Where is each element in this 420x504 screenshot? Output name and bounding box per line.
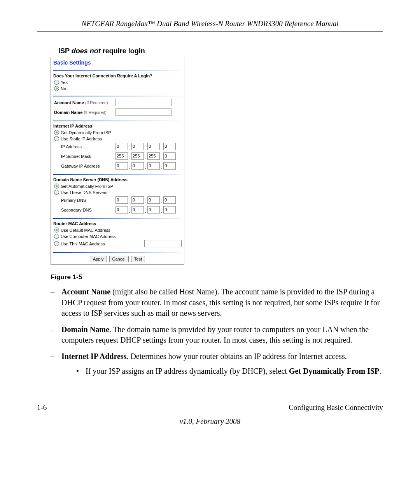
radio-ip-static[interactable] xyxy=(54,136,59,141)
secondary-dns-octet-3[interactable]: 0 xyxy=(147,206,160,214)
divider xyxy=(53,96,182,96)
radio-ip-dynamic-label: Get Dynamically From ISP xyxy=(61,130,111,135)
radio-ip-dynamic[interactable] xyxy=(54,130,59,135)
account-name-hint: (If Required) xyxy=(85,100,108,105)
radio-yes-label: Yes xyxy=(61,80,68,85)
dns-section: Domain Name Server (DNS) Address xyxy=(53,177,182,182)
gateway-octet-4[interactable]: 0 xyxy=(163,162,176,170)
radio-dns-manual[interactable] xyxy=(54,190,59,195)
internet-ip-section: Internet IP Address xyxy=(53,124,182,128)
primary-dns-octet-2[interactable]: 0 xyxy=(131,196,144,204)
basic-settings-panel: Basic Settings Does Your Internet Connec… xyxy=(51,57,184,265)
domain-name-bold: Domain Name xyxy=(54,110,82,115)
ip-subnet-label: IP Subnet Mask xyxy=(53,154,116,159)
secondary-dns-octet-2[interactable]: 0 xyxy=(131,206,144,214)
callout-italic: does not xyxy=(72,47,101,55)
radio-dns-auto-label: Get Automatically From ISP xyxy=(61,184,113,189)
domain-name-label: Domain Name (If Required) xyxy=(53,110,116,115)
radio-no-label: No xyxy=(61,86,66,91)
figure-caption: Figure 1-5 xyxy=(51,273,383,281)
secondary-dns-octet-1[interactable]: 0 xyxy=(116,206,128,214)
callout-pre: ISP xyxy=(58,47,72,55)
radio-mac-computer-label: Use Computer MAC Address xyxy=(61,234,116,239)
sub-list-item: If your ISP assigns an IP address dynami… xyxy=(76,366,383,377)
list-item: Internet IP Address. Determines how your… xyxy=(51,351,383,376)
gateway-label: Gateway IP Address xyxy=(53,164,116,168)
radio-mac-this[interactable] xyxy=(54,241,59,246)
test-button[interactable]: Test xyxy=(131,256,145,262)
mac-section: Router MAC Address xyxy=(53,221,182,226)
divider xyxy=(53,218,182,219)
ip-address-octet-4[interactable]: 0 xyxy=(163,143,176,150)
radio-mac-default[interactable] xyxy=(54,228,59,233)
gateway-octet-2[interactable]: 0 xyxy=(131,162,144,170)
footer-page-number: 1-6 xyxy=(37,403,47,412)
domain-name-input[interactable] xyxy=(116,108,172,116)
item3-text: . Determines how your router obtains an … xyxy=(126,352,346,360)
sub1-bold: Get Dynamically From ISP xyxy=(289,367,379,375)
item2-bold: Domain Name xyxy=(61,325,109,334)
callout-post: require login xyxy=(101,47,145,55)
primary-dns-octet-4[interactable]: 0 xyxy=(163,196,176,204)
radio-mac-computer[interactable] xyxy=(54,234,59,239)
callout-label: ISP does not require login xyxy=(58,47,383,55)
apply-button[interactable]: Apply xyxy=(90,256,107,262)
radio-ip-static-label: Use Static IP Address xyxy=(61,136,102,141)
divider xyxy=(53,121,182,121)
radio-dns-manual-label: Use These DNS Servers xyxy=(61,190,107,195)
radio-no[interactable] xyxy=(54,86,59,91)
mac-address-input[interactable] xyxy=(144,240,182,247)
secondary-dns-octet-4[interactable]: 0 xyxy=(163,206,176,214)
page-header-title: NETGEAR RangeMax™ Dual Band Wireless-N R… xyxy=(37,19,383,32)
account-name-label: Account Name (If Required) xyxy=(53,100,116,105)
panel-title: Basic Settings xyxy=(53,60,182,66)
account-name-input[interactable] xyxy=(116,99,172,106)
gateway-octet-3[interactable]: 0 xyxy=(147,162,160,170)
account-name-bold: Account Name xyxy=(54,100,84,105)
subnet-octet-1[interactable]: 255 xyxy=(116,152,128,160)
primary-dns-octet-1[interactable]: 0 xyxy=(116,196,128,204)
primary-dns-octet-3[interactable]: 0 xyxy=(147,196,160,204)
list-item: Account Name (might also be called Host … xyxy=(51,287,383,319)
ip-address-octet-2[interactable]: 0 xyxy=(131,143,144,150)
ip-address-octet-1[interactable]: 0 xyxy=(116,143,128,150)
list-item: Domain Name. The domain name is provided… xyxy=(51,324,383,346)
cancel-button[interactable]: Cancel xyxy=(109,256,129,262)
divider xyxy=(53,70,182,71)
sub1-pre: If your ISP assigns an IP address dynami… xyxy=(86,367,289,375)
page-footer: 1-6 Configuring Basic Connectivity xyxy=(37,400,383,412)
secondary-dns-label: Secondary DNS xyxy=(53,208,116,212)
radio-yes[interactable] xyxy=(54,80,59,85)
ip-address-octet-3[interactable]: 0 xyxy=(147,143,160,150)
divider xyxy=(53,252,182,253)
item1-bold: Account Name xyxy=(61,287,110,296)
description-list: Account Name (might also be called Host … xyxy=(51,287,383,376)
ip-address-label: IP Address xyxy=(53,144,116,149)
footer-section-title: Configuring Basic Connectivity xyxy=(289,403,383,412)
radio-mac-this-label: Use This MAC Address xyxy=(61,242,105,246)
item3-bold: Internet IP Address xyxy=(61,352,126,360)
radio-mac-default-label: Use Default MAC Address xyxy=(61,228,110,233)
footer-version: v1.0, February 2008 xyxy=(37,417,383,426)
sub1-post: . xyxy=(379,367,381,375)
domain-name-hint: (If Required) xyxy=(84,110,106,115)
gateway-octet-1[interactable]: 0 xyxy=(116,162,128,170)
primary-dns-label: Primary DNS xyxy=(53,198,116,203)
radio-dns-auto[interactable] xyxy=(54,184,59,189)
subnet-octet-3[interactable]: 255 xyxy=(147,152,160,160)
subnet-octet-4[interactable]: 0 xyxy=(163,152,176,160)
login-question: Does Your Internet Connection Require A … xyxy=(53,74,182,78)
subnet-octet-2[interactable]: 255 xyxy=(131,152,144,160)
divider xyxy=(53,174,182,175)
